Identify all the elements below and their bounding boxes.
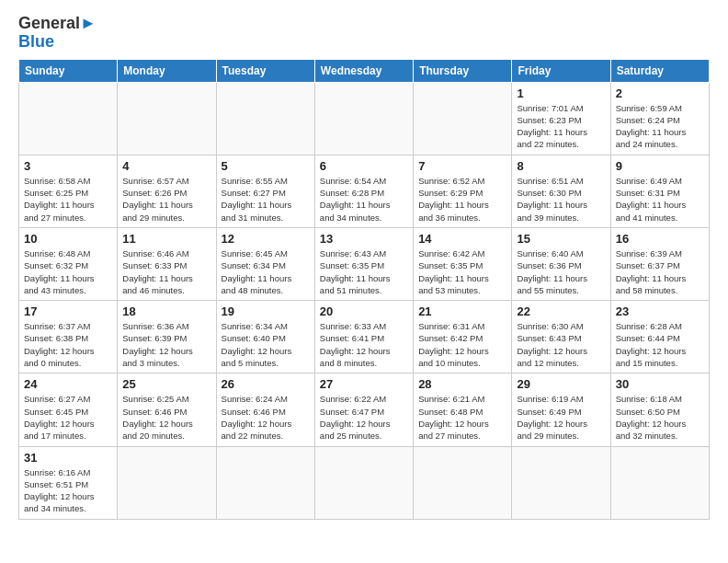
weekday-header-thursday: Thursday [414, 59, 512, 82]
calendar-cell: 31Sunrise: 6:16 AM Sunset: 6:51 PM Dayli… [19, 446, 118, 519]
day-info: Sunrise: 6:45 AM Sunset: 6:34 PM Dayligh… [222, 247, 310, 296]
calendar-cell: 25Sunrise: 6:25 AM Sunset: 6:46 PM Dayli… [118, 373, 216, 446]
calendar-cell: 7Sunrise: 6:52 AM Sunset: 6:29 PM Daylig… [414, 155, 512, 227]
calendar-cell: 20Sunrise: 6:33 AM Sunset: 6:41 PM Dayli… [314, 301, 413, 373]
weekday-header-monday: Monday [118, 59, 216, 82]
day-info: Sunrise: 6:33 AM Sunset: 6:41 PM Dayligh… [320, 320, 408, 369]
day-number: 6 [320, 159, 408, 173]
calendar-cell: 11Sunrise: 6:46 AM Sunset: 6:33 PM Dayli… [118, 227, 216, 300]
day-number: 5 [222, 159, 310, 173]
day-number: 31 [24, 451, 112, 465]
day-info: Sunrise: 6:30 AM Sunset: 6:43 PM Dayligh… [517, 320, 605, 369]
calendar-cell [19, 82, 118, 155]
day-info: Sunrise: 6:59 AM Sunset: 6:24 PM Dayligh… [616, 102, 704, 151]
day-number: 30 [616, 377, 704, 391]
day-number: 4 [122, 159, 210, 173]
day-info: Sunrise: 6:16 AM Sunset: 6:51 PM Dayligh… [24, 466, 112, 515]
day-number: 16 [616, 232, 704, 246]
calendar-cell: 18Sunrise: 6:36 AM Sunset: 6:39 PM Dayli… [118, 301, 216, 373]
day-number: 24 [24, 377, 112, 391]
calendar-cell: 21Sunrise: 6:31 AM Sunset: 6:42 PM Dayli… [414, 301, 512, 373]
calendar-cell: 13Sunrise: 6:43 AM Sunset: 6:35 PM Dayli… [314, 227, 413, 300]
calendar-cell: 9Sunrise: 6:49 AM Sunset: 6:31 PM Daylig… [610, 155, 709, 227]
day-number: 7 [418, 159, 506, 173]
day-info: Sunrise: 6:36 AM Sunset: 6:39 PM Dayligh… [122, 320, 210, 369]
calendar-cell: 3Sunrise: 6:58 AM Sunset: 6:25 PM Daylig… [19, 155, 118, 227]
calendar-cell: 22Sunrise: 6:30 AM Sunset: 6:43 PM Dayli… [512, 301, 610, 373]
calendar-cell: 1Sunrise: 7:01 AM Sunset: 6:23 PM Daylig… [512, 82, 610, 155]
calendar-cell: 17Sunrise: 6:37 AM Sunset: 6:38 PM Dayli… [19, 301, 118, 373]
day-info: Sunrise: 6:57 AM Sunset: 6:26 PM Dayligh… [122, 175, 210, 224]
day-info: Sunrise: 6:51 AM Sunset: 6:30 PM Dayligh… [517, 175, 605, 224]
calendar-cell: 24Sunrise: 6:27 AM Sunset: 6:45 PM Dayli… [19, 373, 118, 446]
calendar-cell [118, 82, 216, 155]
calendar-cell: 16Sunrise: 6:39 AM Sunset: 6:37 PM Dayli… [610, 227, 709, 300]
weekday-header-wednesday: Wednesday [314, 59, 413, 82]
weekday-header-friday: Friday [512, 59, 610, 82]
calendar-cell [216, 82, 314, 155]
day-info: Sunrise: 6:19 AM Sunset: 6:49 PM Dayligh… [517, 393, 605, 442]
day-info: Sunrise: 6:27 AM Sunset: 6:45 PM Dayligh… [24, 393, 112, 442]
day-info: Sunrise: 6:37 AM Sunset: 6:38 PM Dayligh… [24, 320, 112, 369]
calendar-cell: 8Sunrise: 6:51 AM Sunset: 6:30 PM Daylig… [512, 155, 610, 227]
day-info: Sunrise: 6:21 AM Sunset: 6:48 PM Dayligh… [418, 393, 506, 442]
day-info: Sunrise: 6:31 AM Sunset: 6:42 PM Dayligh… [418, 320, 506, 369]
day-info: Sunrise: 6:58 AM Sunset: 6:25 PM Dayligh… [24, 175, 112, 224]
calendar-cell [216, 446, 314, 519]
day-info: Sunrise: 6:18 AM Sunset: 6:50 PM Dayligh… [616, 393, 704, 442]
page-header: General► Blue [18, 15, 710, 52]
day-number: 15 [517, 232, 605, 246]
day-number: 9 [616, 159, 704, 173]
day-number: 18 [122, 304, 210, 318]
day-number: 28 [418, 377, 506, 391]
calendar-cell: 4Sunrise: 6:57 AM Sunset: 6:26 PM Daylig… [118, 155, 216, 227]
calendar-cell: 23Sunrise: 6:28 AM Sunset: 6:44 PM Dayli… [610, 301, 709, 373]
weekday-header-saturday: Saturday [610, 59, 709, 82]
calendar-cell [314, 82, 413, 155]
calendar-cell: 27Sunrise: 6:22 AM Sunset: 6:47 PM Dayli… [314, 373, 413, 446]
calendar-cell: 30Sunrise: 6:18 AM Sunset: 6:50 PM Dayli… [610, 373, 709, 446]
day-number: 22 [517, 304, 605, 318]
calendar-cell: 6Sunrise: 6:54 AM Sunset: 6:28 PM Daylig… [314, 155, 413, 227]
day-number: 23 [616, 304, 704, 318]
day-number: 13 [320, 232, 408, 246]
day-number: 3 [24, 159, 112, 173]
day-number: 14 [418, 232, 506, 246]
calendar-cell: 15Sunrise: 6:40 AM Sunset: 6:36 PM Dayli… [512, 227, 610, 300]
calendar-cell: 26Sunrise: 6:24 AM Sunset: 6:46 PM Dayli… [216, 373, 314, 446]
calendar-cell [414, 446, 512, 519]
day-number: 8 [517, 159, 605, 173]
day-number: 1 [517, 86, 605, 100]
calendar-cell: 28Sunrise: 6:21 AM Sunset: 6:48 PM Dayli… [414, 373, 512, 446]
logo: General► Blue [18, 15, 97, 52]
calendar-cell [512, 446, 610, 519]
calendar-table: SundayMondayTuesdayWednesdayThursdayFrid… [18, 59, 710, 520]
day-info: Sunrise: 6:48 AM Sunset: 6:32 PM Dayligh… [24, 247, 112, 296]
calendar-cell: 14Sunrise: 6:42 AM Sunset: 6:35 PM Dayli… [414, 227, 512, 300]
calendar-cell: 2Sunrise: 6:59 AM Sunset: 6:24 PM Daylig… [610, 82, 709, 155]
day-info: Sunrise: 6:54 AM Sunset: 6:28 PM Dayligh… [320, 175, 408, 224]
day-info: Sunrise: 6:28 AM Sunset: 6:44 PM Dayligh… [616, 320, 704, 369]
day-info: Sunrise: 6:49 AM Sunset: 6:31 PM Dayligh… [616, 175, 704, 224]
day-number: 10 [24, 232, 112, 246]
day-info: Sunrise: 7:01 AM Sunset: 6:23 PM Dayligh… [517, 102, 605, 151]
calendar-cell [414, 82, 512, 155]
day-number: 27 [320, 377, 408, 391]
day-number: 29 [517, 377, 605, 391]
day-number: 26 [222, 377, 310, 391]
calendar-cell [610, 446, 709, 519]
weekday-header-sunday: Sunday [19, 59, 118, 82]
day-info: Sunrise: 6:34 AM Sunset: 6:40 PM Dayligh… [222, 320, 310, 369]
day-number: 21 [418, 304, 506, 318]
day-info: Sunrise: 6:52 AM Sunset: 6:29 PM Dayligh… [418, 175, 506, 224]
calendar-cell: 29Sunrise: 6:19 AM Sunset: 6:49 PM Dayli… [512, 373, 610, 446]
day-info: Sunrise: 6:42 AM Sunset: 6:35 PM Dayligh… [418, 247, 506, 296]
calendar-cell: 5Sunrise: 6:55 AM Sunset: 6:27 PM Daylig… [216, 155, 314, 227]
day-info: Sunrise: 6:46 AM Sunset: 6:33 PM Dayligh… [122, 247, 210, 296]
day-info: Sunrise: 6:43 AM Sunset: 6:35 PM Dayligh… [320, 247, 408, 296]
day-number: 25 [122, 377, 210, 391]
day-info: Sunrise: 6:24 AM Sunset: 6:46 PM Dayligh… [222, 393, 310, 442]
day-number: 11 [122, 232, 210, 246]
day-number: 17 [24, 304, 112, 318]
calendar-cell: 19Sunrise: 6:34 AM Sunset: 6:40 PM Dayli… [216, 301, 314, 373]
